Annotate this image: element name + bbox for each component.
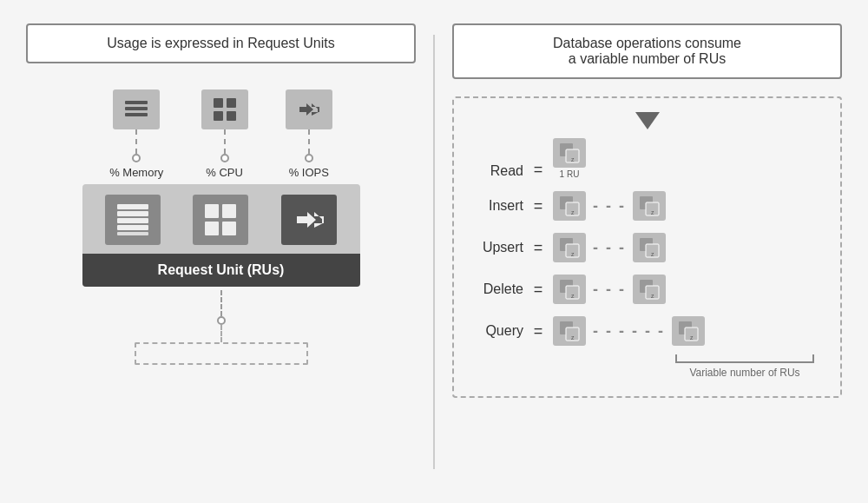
- upsert-ru-icon-1: z: [553, 233, 586, 262]
- svg-marker-23: [314, 223, 323, 228]
- svg-rect-1: [125, 107, 148, 110]
- arrow-down-icon: [635, 112, 660, 129]
- memory-label: % Memory: [109, 166, 163, 179]
- svg-text:z: z: [651, 209, 654, 215]
- op-equals-delete: =: [530, 281, 546, 299]
- svg-rect-12: [117, 211, 148, 216]
- ru-outer-box: Request Unit (RUs): [82, 184, 360, 287]
- svg-text:z: z: [571, 156, 575, 162]
- ru-label: Request Unit (RUs): [82, 254, 360, 287]
- svg-text:z: z: [690, 334, 694, 341]
- svg-rect-4: [227, 98, 236, 108]
- op-label-delete: Delete: [471, 281, 523, 297]
- op-label-read: Read: [471, 163, 523, 179]
- svg-marker-20: [297, 212, 316, 228]
- variable-label: Variable number of RUs: [675, 367, 814, 379]
- ru-server-icon: [105, 195, 161, 245]
- svg-text:z: z: [571, 251, 575, 257]
- ru-grid-icon: [193, 195, 248, 245]
- right-diagram: Read = z 1 RU: [452, 96, 842, 398]
- op-row-delete: Delete = z - - - z: [471, 275, 823, 304]
- svg-marker-8: [312, 103, 319, 109]
- op-equals-read: =: [530, 161, 546, 179]
- query-dashes: - - - - - -: [593, 322, 665, 341]
- insert-ru-icon-1: z: [553, 191, 586, 221]
- op-equals-upsert: =: [530, 239, 546, 257]
- ru-arrow-icon: [281, 195, 337, 245]
- svg-marker-7: [299, 103, 313, 116]
- insert-dashes: - - -: [593, 197, 626, 215]
- svg-rect-2: [125, 113, 148, 116]
- right-title-line1: Database operations consume: [471, 36, 823, 51]
- svg-rect-5: [214, 111, 223, 121]
- read-ru-group: z 1 RU: [553, 138, 586, 179]
- svg-rect-13: [117, 218, 148, 223]
- svg-rect-14: [117, 225, 148, 230]
- svg-rect-3: [214, 98, 223, 108]
- op-label-upsert: Upsert: [471, 240, 523, 255]
- right-dashed-box: Read = z 1 RU: [452, 96, 842, 398]
- right-title-box: Database operations consume a variable n…: [452, 23, 842, 79]
- op-equals-query: =: [530, 322, 546, 341]
- op-row-read: Read = z 1 RU: [471, 138, 823, 179]
- insert-ru-icon-2: z: [633, 191, 666, 221]
- svg-rect-11: [117, 204, 148, 209]
- svg-text:z: z: [571, 293, 575, 299]
- svg-rect-16: [205, 204, 219, 218]
- op-label-query: Query: [471, 323, 523, 339]
- ru-inner-icons: [93, 195, 350, 254]
- memory-icon: [113, 89, 160, 129]
- query-ru-icon-2: z: [672, 316, 705, 346]
- iops-icon-col: % IOPS: [286, 89, 332, 179]
- svg-marker-10: [312, 112, 319, 116]
- svg-rect-15: [117, 232, 148, 235]
- left-title-text: Usage is expressed in Request Units: [107, 36, 334, 50]
- op-equals-insert: =: [530, 197, 546, 215]
- left-panel: Usage is expressed in Request Units: [26, 23, 416, 480]
- svg-text:z: z: [571, 334, 575, 341]
- svg-rect-17: [222, 204, 236, 218]
- left-diagram: % Memory % CPU: [82, 89, 360, 365]
- arrow-down-container: [471, 112, 823, 129]
- cpu-label: % CPU: [206, 166, 243, 179]
- svg-text:z: z: [651, 293, 654, 299]
- query-ru-icon-1: z: [553, 316, 586, 346]
- panel-divider: [433, 35, 435, 469]
- cpu-icon: [201, 89, 248, 129]
- delete-ru-icon-1: z: [553, 275, 586, 304]
- op-row-upsert: Upsert = z - - - z: [471, 233, 823, 262]
- svg-rect-18: [205, 222, 219, 235]
- read-ru-label: 1 RU: [560, 169, 580, 179]
- right-title-line2: a variable number of RUs: [471, 51, 823, 67]
- op-row-insert: Insert = z - - - z: [471, 191, 823, 221]
- variable-bracket: [675, 354, 814, 363]
- cpu-icon-col: % CPU: [201, 89, 248, 179]
- iops-icon: [286, 89, 332, 129]
- op-row-query: Query = z - - - - - -: [471, 316, 823, 346]
- delete-dashes: - - -: [593, 281, 626, 299]
- left-title-box: Usage is expressed in Request Units: [26, 23, 416, 63]
- delete-ru-icon-2: z: [633, 275, 666, 304]
- svg-text:z: z: [651, 251, 654, 257]
- svg-marker-21: [314, 212, 323, 220]
- svg-text:z: z: [571, 209, 575, 215]
- read-ru-icon: z: [553, 138, 586, 168]
- svg-rect-0: [125, 101, 148, 104]
- op-label-insert: Insert: [471, 198, 523, 214]
- svg-rect-6: [227, 111, 236, 121]
- iops-label: % IOPS: [289, 166, 329, 179]
- variable-label-section: Variable number of RUs: [471, 354, 823, 379]
- memory-icon-col: % Memory: [109, 89, 163, 179]
- upsert-dashes: - - -: [593, 239, 626, 257]
- right-panel: Database operations consume a variable n…: [452, 23, 842, 480]
- upsert-ru-icon-2: z: [633, 233, 666, 262]
- svg-rect-19: [222, 222, 236, 235]
